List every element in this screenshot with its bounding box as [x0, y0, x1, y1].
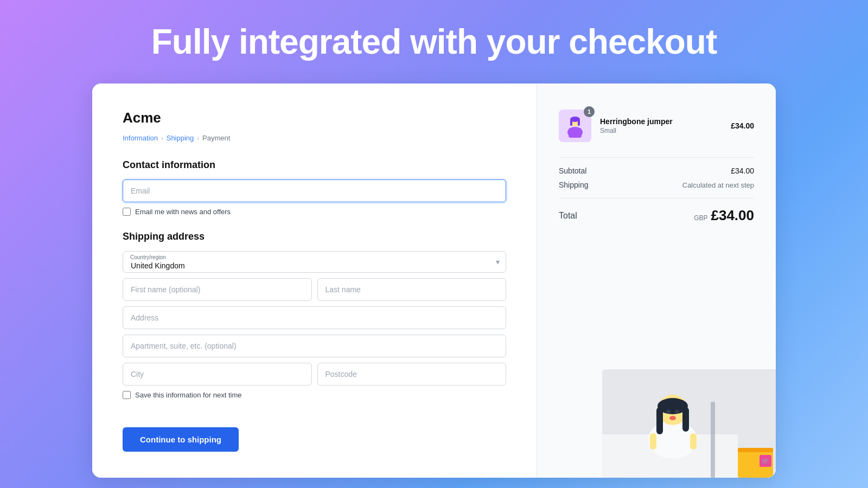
city-input[interactable] — [123, 363, 312, 386]
shipping-label: Shipping — [559, 181, 589, 189]
save-info-label: Save this information for next time — [135, 391, 242, 399]
product-variant: Small — [600, 127, 722, 134]
svg-rect-5 — [578, 119, 580, 126]
newsletter-label: Email me with news and offers — [135, 208, 231, 216]
product-name: Herringbone jumper — [600, 117, 722, 126]
total-row: Total GBP £34.00 — [559, 198, 754, 224]
svg-rect-18 — [650, 433, 656, 450]
postcode-input[interactable] — [317, 363, 507, 386]
product-info: Herringbone jumper Small — [600, 117, 722, 134]
svg-text:🛒: 🛒 — [762, 457, 769, 465]
svg-rect-4 — [570, 119, 572, 126]
email-input[interactable] — [123, 179, 506, 202]
svg-rect-9 — [711, 402, 715, 478]
total-currency: GBP — [694, 214, 707, 222]
svg-point-17 — [669, 416, 676, 420]
video-person-svg: 🛒 — [602, 369, 776, 478]
continue-to-shipping-button[interactable]: Continue to shipping — [123, 427, 239, 452]
svg-rect-13 — [656, 407, 663, 434]
store-name: Acme — [123, 110, 506, 126]
country-select[interactable]: United Kingdom — [123, 251, 506, 273]
video-thumbnail: 🛒 — [602, 369, 776, 478]
breadcrumb-sep-2: › — [197, 135, 199, 142]
apartment-input[interactable] — [123, 335, 506, 357]
product-image-wrapper: 1 — [559, 110, 591, 142]
apartment-group — [123, 335, 506, 357]
video-person: 🛒 — [602, 369, 776, 478]
last-name-input[interactable] — [317, 278, 507, 301]
first-name-input[interactable] — [123, 278, 312, 301]
breadcrumb-information[interactable]: Information — [123, 134, 158, 142]
svg-rect-14 — [682, 407, 689, 432]
breadcrumb-payment[interactable]: Payment — [202, 134, 230, 142]
shipping-row: Shipping Calculated at next step — [559, 181, 754, 189]
order-item: 1 Herringbone jumper Small £34.00 — [559, 110, 754, 142]
email-group — [123, 179, 506, 202]
save-info-row: Save this information for next time — [123, 391, 506, 399]
address-group — [123, 306, 506, 329]
checkout-card: Acme Information › Shipping › Payment Co… — [92, 84, 776, 478]
right-panel: 1 Herringbone jumper Small £34.00 Subtot… — [537, 84, 776, 478]
page-headline: Fully integrated with your checkout — [0, 22, 868, 62]
newsletter-row: Email me with news and offers — [123, 208, 506, 216]
shipping-section-title: Shipping address — [123, 231, 506, 242]
total-price-group: GBP £34.00 — [694, 207, 754, 224]
svg-point-15 — [666, 410, 671, 413]
breadcrumb-shipping[interactable]: Shipping — [167, 134, 194, 142]
save-info-checkbox[interactable] — [123, 391, 131, 399]
svg-point-16 — [675, 410, 679, 413]
total-label: Total — [559, 211, 577, 221]
divider-1 — [559, 157, 754, 158]
svg-rect-6 — [569, 128, 582, 138]
product-price: £34.00 — [731, 121, 754, 130]
newsletter-checkbox[interactable] — [123, 208, 131, 216]
left-panel: Acme Information › Shipping › Payment Co… — [92, 84, 537, 478]
svg-rect-21 — [738, 448, 773, 452]
total-price: £34.00 — [711, 207, 754, 224]
subtotal-row: Subtotal £34.00 — [559, 166, 754, 175]
city-postcode-row — [123, 363, 506, 386]
breadcrumb: Information › Shipping › Payment — [123, 134, 506, 142]
address-input[interactable] — [123, 306, 506, 329]
contact-section-title: Contact information — [123, 159, 506, 171]
subtotal-label: Subtotal — [559, 166, 586, 175]
svg-rect-19 — [690, 433, 697, 450]
shipping-value: Calculated at next step — [682, 181, 754, 189]
breadcrumb-sep-1: › — [161, 135, 163, 142]
product-quantity-badge: 1 — [584, 106, 595, 117]
name-row — [123, 278, 506, 301]
country-select-wrapper: Country/region United Kingdom ▾ — [123, 251, 506, 273]
subtotal-value: £34.00 — [731, 166, 754, 175]
